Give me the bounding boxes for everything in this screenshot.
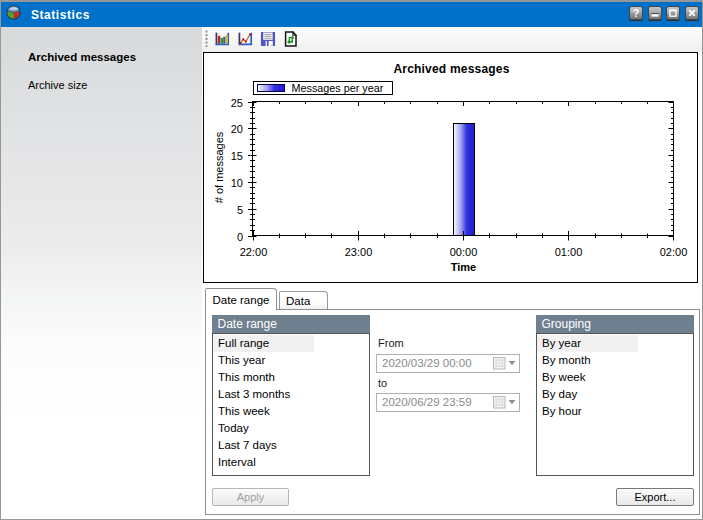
svg-text:?: ? <box>633 8 639 19</box>
svg-text:02:00: 02:00 <box>660 246 688 258</box>
svg-text:23:00: 23:00 <box>345 246 373 258</box>
svg-text:01:00: 01:00 <box>555 246 583 258</box>
svg-text:Messages per year: Messages per year <box>292 82 384 94</box>
svg-text:20: 20 <box>231 123 243 135</box>
svg-text:15: 15 <box>231 150 243 162</box>
svg-text:Time: Time <box>451 261 476 273</box>
svg-text:25: 25 <box>231 97 243 109</box>
svg-text:10: 10 <box>231 177 243 189</box>
svg-text:00:00: 00:00 <box>450 246 478 258</box>
svg-text:Archived messages: Archived messages <box>393 62 509 76</box>
svg-text:22:00: 22:00 <box>240 246 268 258</box>
svg-text:5: 5 <box>237 204 243 216</box>
svg-text:0: 0 <box>237 231 243 243</box>
svg-text:# of messages: # of messages <box>213 131 225 203</box>
